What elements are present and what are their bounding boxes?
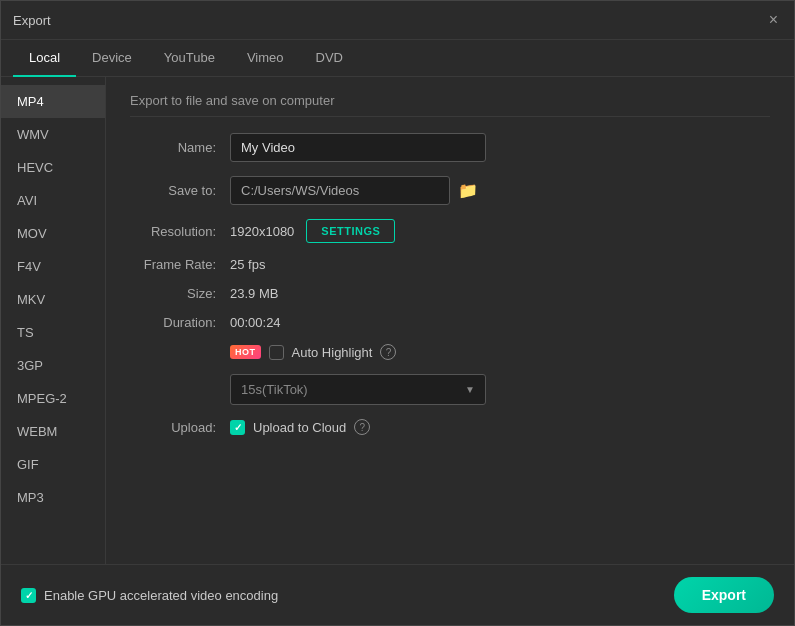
save-to-row: Save to: 📁 [130, 176, 770, 205]
upload-label: Upload: [130, 420, 230, 435]
tab-vimeo[interactable]: Vimeo [231, 40, 300, 77]
sidebar-item-mov[interactable]: MOV [1, 217, 105, 250]
resolution-row: Resolution: 1920x1080 SETTINGS [130, 219, 770, 243]
save-to-label: Save to: [130, 183, 230, 198]
title-bar: Export × [1, 1, 794, 40]
close-button[interactable]: × [765, 9, 782, 31]
resolution-value: 1920x1080 [230, 224, 294, 239]
auto-highlight-label: Auto Highlight [292, 345, 373, 360]
folder-icon[interactable]: 📁 [458, 181, 478, 200]
sidebar-item-mpeg2[interactable]: MPEG-2 [1, 382, 105, 415]
upload-help-icon[interactable]: ? [354, 419, 370, 435]
upload-to-cloud-label: Upload to Cloud [253, 420, 346, 435]
duration-label: Duration: [130, 315, 230, 330]
section-title: Export to file and save on computer [130, 93, 770, 117]
path-row: 📁 [230, 176, 478, 205]
resolution-row-inner: 1920x1080 SETTINGS [230, 219, 395, 243]
size-label: Size: [130, 286, 230, 301]
frame-rate-row: Frame Rate: 25 fps [130, 257, 770, 272]
tiktok-dropdown[interactable]: 15s(TikTok) ▼ [230, 374, 486, 405]
bottom-bar: ✓ Enable GPU accelerated video encoding … [1, 564, 794, 625]
upload-cloud-checkbox[interactable]: ✓ [230, 420, 245, 435]
name-row: Name: [130, 133, 770, 162]
resolution-label: Resolution: [130, 224, 230, 239]
save-path-input[interactable] [230, 176, 450, 205]
sidebar-item-wmv[interactable]: WMV [1, 118, 105, 151]
duration-row: Duration: 00:00:24 [130, 315, 770, 330]
content-area: MP4 WMV HEVC AVI MOV F4V MKV TS 3GP MPEG… [1, 77, 794, 564]
frame-rate-value: 25 fps [230, 257, 265, 272]
sidebar-item-3gp[interactable]: 3GP [1, 349, 105, 382]
sidebar-item-hevc[interactable]: HEVC [1, 151, 105, 184]
duration-value: 00:00:24 [230, 315, 281, 330]
size-value: 23.9 MB [230, 286, 278, 301]
hot-badge: HOT [230, 345, 261, 359]
dropdown-arrow-icon: ▼ [465, 384, 475, 395]
gpu-label: Enable GPU accelerated video encoding [44, 588, 278, 603]
tab-youtube[interactable]: YouTube [148, 40, 231, 77]
tab-bar: Local Device YouTube Vimeo DVD [1, 40, 794, 77]
auto-highlight-checkbox-row: HOT Auto Highlight ? [230, 344, 396, 360]
main-panel: Export to file and save on computer Name… [106, 77, 794, 564]
name-input[interactable] [230, 133, 486, 162]
tab-dvd[interactable]: DVD [300, 40, 359, 77]
dropdown-row: 15s(TikTok) ▼ [230, 374, 770, 405]
sidebar-item-mkv[interactable]: MKV [1, 283, 105, 316]
upload-row: Upload: ✓ Upload to Cloud ? [130, 419, 770, 435]
tab-device[interactable]: Device [76, 40, 148, 77]
gpu-row: ✓ Enable GPU accelerated video encoding [21, 588, 278, 603]
sidebar-item-gif[interactable]: GIF [1, 448, 105, 481]
gpu-check-icon: ✓ [25, 590, 33, 601]
auto-highlight-row: HOT Auto Highlight ? [130, 344, 770, 360]
sidebar-item-mp3[interactable]: MP3 [1, 481, 105, 514]
upload-checkbox-row: ✓ Upload to Cloud ? [230, 419, 370, 435]
settings-button[interactable]: SETTINGS [306, 219, 395, 243]
auto-highlight-checkbox[interactable] [269, 345, 284, 360]
sidebar-item-mp4[interactable]: MP4 [1, 85, 105, 118]
auto-highlight-help-icon[interactable]: ? [380, 344, 396, 360]
sidebar-item-webm[interactable]: WEBM [1, 415, 105, 448]
sidebar-item-ts[interactable]: TS [1, 316, 105, 349]
name-label: Name: [130, 140, 230, 155]
gpu-checkbox[interactable]: ✓ [21, 588, 36, 603]
frame-rate-label: Frame Rate: [130, 257, 230, 272]
window-title: Export [13, 13, 51, 28]
dropdown-value: 15s(TikTok) [241, 382, 308, 397]
tab-local[interactable]: Local [13, 40, 76, 77]
size-row: Size: 23.9 MB [130, 286, 770, 301]
sidebar-item-f4v[interactable]: F4V [1, 250, 105, 283]
format-sidebar: MP4 WMV HEVC AVI MOV F4V MKV TS 3GP MPEG… [1, 77, 106, 564]
sidebar-item-avi[interactable]: AVI [1, 184, 105, 217]
export-window: Export × Local Device YouTube Vimeo DVD … [0, 0, 795, 626]
upload-check-icon: ✓ [234, 422, 242, 433]
export-button[interactable]: Export [674, 577, 774, 613]
